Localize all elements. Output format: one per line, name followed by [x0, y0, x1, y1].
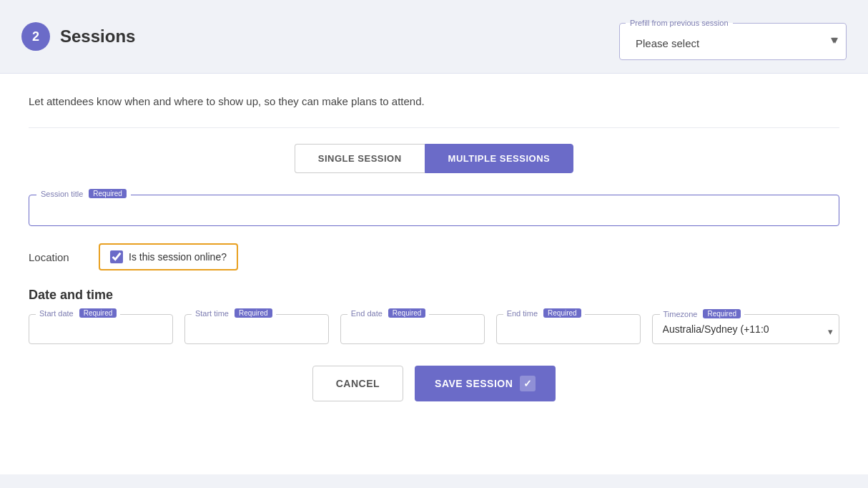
date-time-section: Date and time Start date Required 22nd A… [29, 288, 839, 344]
start-date-input[interactable]: 22nd Apr, 2020 [39, 323, 162, 335]
tab-group: SINGLE SESSION MULTIPLE SESSIONS [29, 144, 839, 173]
required-badge-tz: Required [703, 309, 741, 318]
page-title: Sessions [60, 26, 135, 47]
start-time-field: Start time Required 12:00 pm [184, 314, 329, 344]
tab-multiple-sessions[interactable]: MULTIPLE SESSIONS [425, 144, 574, 173]
timezone-label: Timezone Required [660, 309, 744, 318]
step-badge: 2 [21, 22, 50, 51]
start-time-input[interactable]: 12:00 pm [195, 323, 318, 335]
end-date-label: End date Required [347, 308, 430, 318]
start-time-label: Start time Required [192, 308, 276, 318]
end-time-input[interactable]: 12:01 pm [507, 323, 630, 335]
timezone-box: Timezone Required Australia/Sydney (+11:… [652, 314, 839, 344]
timezone-chevron-icon: ▾ [828, 326, 833, 337]
session-title-label: Session title Required [36, 189, 131, 198]
required-badge-sd: Required [79, 308, 117, 318]
end-time-label: End time Required [503, 308, 585, 318]
online-checkbox-wrapper[interactable]: Is this session online? [99, 243, 238, 270]
tab-single-session[interactable]: SINGLE SESSION [295, 144, 425, 173]
header-bar: 2 Sessions Prefill from previous session… [0, 0, 868, 74]
location-label: Location [29, 251, 86, 263]
save-button[interactable]: SAVE SESSION ✓ [415, 366, 556, 401]
start-date-box: Start date Required 22nd Apr, 2020 [29, 314, 173, 344]
main-content: Let attendees know when and where to sho… [0, 74, 868, 474]
end-date-box: End date Required 1st Dec, 2020 [340, 314, 485, 344]
end-date-field: End date Required 1st Dec, 2020 [340, 314, 485, 344]
start-time-box: Start time Required 12:00 pm [184, 314, 329, 344]
online-checkbox[interactable] [110, 250, 123, 263]
required-badge-et: Required [543, 308, 581, 318]
end-time-field: End time Required 12:01 pm [496, 314, 641, 344]
session-title-wrapper: Session title Required Mother's Day Stal… [29, 195, 839, 226]
check-icon: ✓ [520, 376, 536, 391]
prefill-section: Prefill from previous session Please sel… [619, 19, 847, 60]
action-row: CANCEL SAVE SESSION ✓ [29, 366, 839, 401]
timezone-select[interactable]: Australia/Sydney (+11:0 [663, 323, 829, 335]
online-checkbox-label: Is this session online? [129, 251, 227, 263]
section-title: Date and time [29, 288, 839, 303]
required-badge-st: Required [235, 308, 272, 318]
prefill-select[interactable]: Please select [626, 30, 840, 57]
description-text: Let attendees know when and where to sho… [29, 95, 839, 107]
prefill-legend: Prefill from previous session [626, 19, 733, 27]
save-label: SAVE SESSION [435, 378, 513, 389]
end-time-box: End time Required 12:01 pm [496, 314, 641, 344]
date-time-row: Start date Required 22nd Apr, 2020 Start… [29, 314, 839, 344]
required-badge-ed: Required [388, 308, 426, 318]
header-left: 2 Sessions [21, 22, 135, 51]
required-badge-title: Required [89, 189, 127, 198]
start-date-field: Start date Required 22nd Apr, 2020 [29, 314, 173, 344]
end-date-input[interactable]: 1st Dec, 2020 [351, 323, 474, 335]
cancel-button[interactable]: CANCEL [312, 366, 403, 401]
start-date-label: Start date Required [36, 308, 120, 318]
timezone-field: Timezone Required Australia/Sydney (+11:… [652, 314, 839, 344]
location-row: Location Is this session online? [29, 243, 839, 270]
session-title-field: Session title Required Mother's Day Stal… [29, 195, 839, 226]
session-title-input[interactable]: Mother's Day Stall [39, 204, 829, 216]
divider [29, 127, 839, 128]
